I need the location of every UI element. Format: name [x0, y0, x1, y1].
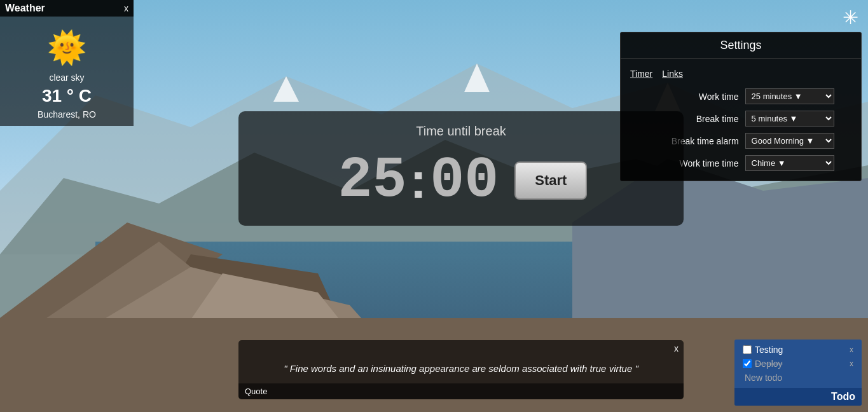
timer-widget: Time until break 25 : 00 Start: [238, 111, 684, 226]
todo-checkbox-testing[interactable]: [743, 345, 752, 354]
todo-footer-label: Todo: [734, 388, 862, 406]
timer-minutes: 25: [335, 148, 410, 213]
work-alarm-select[interactable]: Chime ▼ Bell None: [745, 155, 834, 171]
settings-nav: Timer Links: [630, 69, 851, 79]
break-alarm-select[interactable]: Good Morning ▼ Chime Bell: [745, 133, 834, 149]
timer-colon: :: [410, 151, 427, 210]
timer-seconds: 00: [427, 148, 502, 213]
todo-new-input[interactable]: New todo: [740, 371, 857, 385]
settings-nav-timer[interactable]: Timer: [630, 69, 652, 79]
weather-title-bar: Weather x: [0, 0, 134, 17]
todo-label-deploy: Deploy: [755, 359, 783, 369]
weather-widget: Weather x 🌞 clear sky 31 ° C Bucharest, …: [0, 0, 134, 126]
start-button[interactable]: Start: [514, 161, 587, 200]
weather-temperature: 31 ° C: [6, 86, 127, 106]
todo-item-testing: Testing x: [740, 343, 857, 357]
quote-header: x: [238, 340, 684, 357]
todo-header: Testing x Deploy x New todo: [734, 340, 862, 388]
todo-checkbox-deploy[interactable]: [743, 359, 752, 368]
settings-header: Settings: [621, 32, 861, 59]
todo-close-deploy[interactable]: x: [850, 359, 853, 368]
quote-text: " Fine words and an insinuating appearan…: [238, 357, 684, 383]
settings-icon[interactable]: ✳: [843, 6, 858, 29]
timer-title: Time until break: [258, 124, 665, 139]
work-time-label: Work time: [654, 92, 738, 102]
settings-nav-links[interactable]: Links: [662, 69, 683, 79]
weather-condition: clear sky: [6, 72, 127, 83]
weather-close-button[interactable]: x: [124, 3, 128, 13]
weather-location: Bucharest, RO: [6, 109, 127, 120]
todo-widget: Testing x Deploy x New todo Todo: [734, 340, 862, 406]
quote-footer-label: Quote: [238, 383, 684, 399]
work-time-select[interactable]: 25 minutes ▼ 30 minutes 45 minutes: [745, 88, 834, 104]
weather-body: 🌞 clear sky 31 ° C Bucharest, RO: [0, 17, 134, 126]
todo-close-testing[interactable]: x: [850, 345, 853, 354]
quote-widget: x " Fine words and an insinuating appear…: [238, 340, 684, 399]
todo-item-deploy: Deploy x: [740, 357, 857, 371]
break-time-select[interactable]: 5 minutes ▼ 10 minutes 15 minutes: [745, 111, 834, 127]
todo-label-testing: Testing: [755, 345, 783, 355]
sun-icon: 🌞: [6, 29, 127, 66]
timer-display: 25 : 00 Start: [258, 148, 665, 213]
quote-close-button[interactable]: x: [674, 343, 679, 354]
weather-title: Weather: [5, 3, 45, 14]
